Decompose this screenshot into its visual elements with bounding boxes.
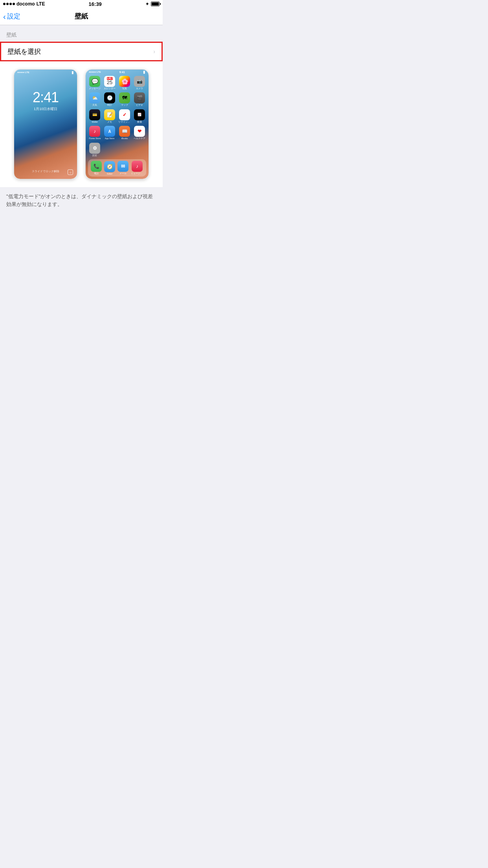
app-videos: 🎬 ビデオ <box>133 92 146 107</box>
home-status-bar: ●●●●● LTE 9:41 ▊ <box>86 70 149 74</box>
settings-icon: ⚙ <box>89 143 100 154</box>
mail-label: メール <box>119 172 127 175</box>
chevron-right-icon: › <box>153 48 155 55</box>
home-screen-preview[interactable]: ●●●●● LTE 9:41 ▊ 💬 メッセージ <box>85 69 149 179</box>
dock-safari: 🧭 Safari <box>104 161 115 175</box>
photos-label: 写真 <box>122 87 127 90</box>
safari-icon: 🧭 <box>104 161 115 172</box>
dock-mail: ✉ メール <box>117 161 128 175</box>
home-battery: ▊ <box>143 71 145 74</box>
reminders-icon: ✓ <box>119 109 130 120</box>
camera-icon: 📷 <box>134 76 145 87</box>
status-time: 16:39 <box>89 1 102 7</box>
app-maps: 🗺 マップ <box>118 92 131 107</box>
wallpaper-select-label: 壁紙を選択 <box>7 47 41 56</box>
wallpaper-select-highlight: 壁紙を選択 › <box>0 42 163 61</box>
back-label[interactable]: 設定 <box>7 12 20 21</box>
wallet-label: Wallet <box>92 121 97 123</box>
lock-status-bar: ●●●●● LTE ▊ <box>14 71 77 74</box>
back-button[interactable]: ‹ 設定 <box>3 12 20 21</box>
app-reminders: ✓ リマインダー <box>118 109 131 124</box>
status-left: docomo LTE <box>3 1 45 7</box>
app-health: ❤ ヘルスケア <box>133 126 146 141</box>
messages-label: メッセージ <box>89 87 101 90</box>
clock-icon: 🕐 <box>104 92 115 103</box>
status-right: ✦ <box>145 2 160 7</box>
reminders-label: リマインダー <box>118 121 131 123</box>
page-title: 壁紙 <box>75 12 88 21</box>
bluetooth-icon: ✦ <box>145 2 149 7</box>
app-appstore: A App Store <box>103 126 116 141</box>
app-stocks: 📈 株価 <box>133 109 146 124</box>
music-label: ミュージック <box>131 172 143 175</box>
battery-icon <box>151 2 160 6</box>
dock-phone: 📞 電話 <box>91 161 102 175</box>
notes-label: メモ <box>107 121 112 123</box>
section-label: 壁紙 <box>0 25 163 42</box>
clock-label: 時計 <box>107 104 112 107</box>
itunes-label: iTunes Store <box>89 137 101 140</box>
lock-camera-icon: ⊙ <box>68 169 73 175</box>
videos-label: ビデオ <box>136 104 143 107</box>
messages-icon: 💬 <box>89 76 100 87</box>
lock-date: 1月10日水曜日 <box>34 107 57 112</box>
ibooks-icon: 📖 <box>119 126 130 137</box>
stocks-label: 株価 <box>137 121 142 123</box>
dock-music: ♪ ミュージック <box>131 161 143 175</box>
info-text: "低電力モード"がオンのときは、ダイナミックの壁紙および視差効果が無効になります… <box>6 193 156 208</box>
phone-icon: 📞 <box>91 161 102 172</box>
battery-fill <box>152 2 159 6</box>
ibooks-label: iBooks <box>121 137 128 140</box>
wallet-icon: 💳 <box>89 109 100 120</box>
weather-icon: ⛅ <box>89 92 100 103</box>
notes-icon: 📝 <box>104 109 115 120</box>
videos-icon: 🎬 <box>134 92 145 103</box>
lock-battery: ▊ <box>72 71 74 74</box>
home-screen-bg: ●●●●● LTE 9:41 ▊ 💬 メッセージ <box>86 70 149 179</box>
lock-screen-preview[interactable]: ●●●●● LTE ▊ 2:41 1月10日水曜日 スライドでロック解除 ⊙ <box>14 69 77 179</box>
wallpaper-preview-area: ●●●●● LTE ▊ 2:41 1月10日水曜日 スライドでロック解除 ⊙ ●… <box>0 61 163 187</box>
home-status-right: ▊ <box>143 71 145 74</box>
dot-2 <box>6 3 9 5</box>
info-section: "低電力モード"がオンのときは、ダイナミックの壁紙および視差効果が無効になります… <box>0 187 163 213</box>
maps-icon: 🗺 <box>119 92 130 103</box>
weather-label: 天気 <box>92 104 97 107</box>
app-ibooks: 📖 iBooks <box>118 126 131 141</box>
maps-label: マップ <box>121 104 128 107</box>
lock-time: 2:41 <box>33 89 59 106</box>
app-clock: 🕐 時計 <box>103 92 116 107</box>
nav-bar: ‹ 設定 壁紙 <box>0 8 163 25</box>
calendar-label: カレンダー <box>104 87 116 90</box>
app-messages: 💬 メッセージ <box>88 76 101 91</box>
content-area: 壁紙 壁紙を選択 › ●●●●● LTE ▊ 2:41 1月10日水曜日 スライ… <box>0 25 163 213</box>
calendar-icon: 金曜日 25 <box>104 76 115 87</box>
camera-label: カメラ <box>136 87 143 90</box>
mail-icon: ✉ <box>117 161 128 172</box>
app-wallet: 💳 Wallet <box>88 109 101 124</box>
health-icon: ❤ <box>134 126 145 137</box>
wallpaper-select-row[interactable]: 壁紙を選択 › <box>1 43 161 60</box>
home-time: 9:41 <box>119 71 125 74</box>
home-signal: ●●●●● LTE <box>89 71 101 74</box>
photos-icon: 🌸 <box>119 76 130 87</box>
status-bar: docomo LTE 16:39 ✦ <box>0 0 163 8</box>
dot-4 <box>13 3 15 5</box>
home-dock: 📞 電話 🧭 Safari ✉ メール <box>88 159 146 177</box>
itunes-icon: ♪ <box>89 126 100 137</box>
settings-label: 設定 <box>92 154 97 157</box>
app-weather: ⛅ 天気 <box>88 92 101 107</box>
app-grid: 💬 メッセージ 金曜日 25 カレンダー <box>86 74 149 159</box>
appstore-icon: A <box>104 126 115 137</box>
appstore-label: App Store <box>105 137 114 140</box>
music-icon: ♪ <box>132 161 143 172</box>
app-camera: 📷 カメラ <box>133 76 146 91</box>
stocks-icon: 📈 <box>134 109 145 120</box>
health-label: ヘルスケア <box>134 137 145 140</box>
app-photos: 🌸 写真 <box>118 76 131 91</box>
dot-1 <box>3 3 6 5</box>
safari-label: Safari <box>107 173 112 175</box>
back-arrow-icon: ‹ <box>3 13 6 20</box>
lock-screen-bg: ●●●●● LTE ▊ 2:41 1月10日水曜日 スライドでロック解除 ⊙ <box>14 70 77 179</box>
carrier-label: docomo <box>17 1 35 7</box>
signal-dots <box>3 3 15 5</box>
